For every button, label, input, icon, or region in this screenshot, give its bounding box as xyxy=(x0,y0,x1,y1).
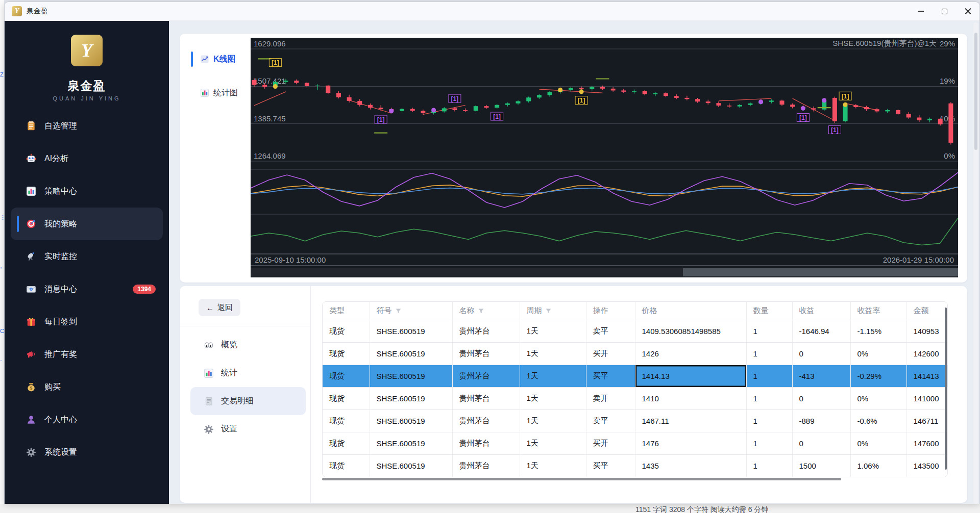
background-text-fragment: Z xyxy=(0,71,4,78)
column-header-收益率: 收益率 xyxy=(850,302,906,320)
sidebar-item-我的策略[interactable]: 我的策略 xyxy=(11,208,163,240)
sidebar-item-label: 个人中心 xyxy=(44,415,77,425)
sidebar-item-label: 我的策略 xyxy=(44,219,77,229)
divider xyxy=(310,286,311,503)
trade-cell: 1467.11 xyxy=(635,409,746,432)
chart-panel: K线图统计图 1629.09629%1507.42119%1385.74510%… xyxy=(180,34,967,283)
trade-cell: 1435 xyxy=(635,454,746,477)
sidebar-item-消息中心[interactable]: 消息中心1394 xyxy=(11,273,163,305)
trade-cell: 147600 xyxy=(906,432,948,454)
trade-cell: 1天 xyxy=(520,365,586,387)
megaphone-icon xyxy=(26,349,36,360)
detail-menu-设置[interactable]: 设置 xyxy=(190,415,306,443)
trade-cell: 0 xyxy=(792,432,850,454)
trade-cell: 贵州茅台 xyxy=(452,320,520,342)
sidebar-item-实时监控[interactable]: 实时监控 xyxy=(11,240,163,273)
detail-menu-交易明细[interactable]: 交易明细 xyxy=(190,387,306,415)
sidebar-item-AI分析[interactable]: AI分析 xyxy=(11,142,163,175)
sidebar-item-策略中心[interactable]: 策略中心 xyxy=(11,175,163,208)
trade-cell: SHSE.600519 xyxy=(370,342,452,365)
trade-row[interactable]: 现货SHSE.600519贵州茅台1天卖平1409.53060851498585… xyxy=(323,320,948,342)
trade-cell: SHSE.600519 xyxy=(370,365,452,387)
unread-badge: 1394 xyxy=(133,285,156,294)
sidebar-item-个人中心[interactable]: 个人中心 xyxy=(11,403,163,436)
titlebar: Y 泉金盈 xyxy=(5,2,979,21)
satellite-icon xyxy=(26,251,36,262)
column-header-金额: 金额 xyxy=(906,302,948,320)
trade-cell: 1414.13 xyxy=(635,365,746,387)
sidebar-item-自选管理[interactable]: 自选管理 xyxy=(11,110,163,142)
trade-cell: 141000 xyxy=(906,387,948,409)
trade-cell: 买开 xyxy=(586,342,635,365)
sidebar-item-每日签到[interactable]: 每日签到 xyxy=(11,305,163,338)
chart-scrollbar-handle[interactable] xyxy=(683,268,958,276)
trade-cell: 1天 xyxy=(520,409,586,432)
sidebar-item-label: 推广有奖 xyxy=(44,349,77,360)
column-header-名称[interactable]: 名称 xyxy=(452,302,520,320)
back-button[interactable]: ← 返回 xyxy=(199,299,240,316)
trade-cell: 1 xyxy=(746,409,792,432)
maximize-icon xyxy=(942,9,947,14)
background-text-fragment: C xyxy=(0,328,4,334)
trade-row[interactable]: 现货SHSE.600519贵州茅台1天卖平1467.111-889-0.6%14… xyxy=(323,409,948,432)
sidebar-item-购买[interactable]: $购买 xyxy=(11,371,163,403)
main-scrollbar-handle[interactable] xyxy=(974,33,977,150)
person-icon xyxy=(26,415,36,425)
column-header-周期[interactable]: 周期 xyxy=(520,302,586,320)
mail-icon xyxy=(26,284,36,294)
main-scrollbar-track[interactable] xyxy=(973,22,978,504)
trade-cell: -889 xyxy=(792,409,850,432)
trade-cell: 140953 xyxy=(906,320,948,342)
trade-cell: 买平 xyxy=(586,365,635,387)
trade-cell: 1 xyxy=(746,432,792,454)
svg-text:[1]: [1] xyxy=(377,116,385,123)
bar-chart-icon xyxy=(200,88,209,97)
trade-cell: SHSE.600519 xyxy=(370,409,452,432)
receipt-icon xyxy=(204,396,214,406)
close-button[interactable] xyxy=(956,2,979,20)
trade-row[interactable]: 现货SHSE.600519贵州茅台1天买开1426100%142600 xyxy=(323,342,948,365)
chart-tab-label: 统计图 xyxy=(213,88,238,98)
svg-text:0%: 0% xyxy=(944,151,955,160)
chart-tab-label: K线图 xyxy=(213,54,236,65)
column-header-操作: 操作 xyxy=(586,302,635,320)
svg-text:1629.096: 1629.096 xyxy=(254,39,286,48)
trade-cell: 142600 xyxy=(906,342,948,365)
trade-cell: 现货 xyxy=(323,342,370,365)
column-header-符号[interactable]: 符号 xyxy=(370,302,452,320)
trade-row[interactable]: 现货SHSE.600519贵州茅台1天买平1435115001.06%14350… xyxy=(323,454,948,477)
trade-cell: 买开 xyxy=(586,432,635,454)
svg-text:[1]: [1] xyxy=(799,114,807,121)
sidebar-item-系统设置[interactable]: 系统设置 xyxy=(11,436,163,469)
close-icon xyxy=(965,8,971,15)
kline-chart[interactable]: 1629.09629%1507.42119%1385.74510%1264.06… xyxy=(251,38,958,277)
trade-cell: 现货 xyxy=(323,320,370,342)
column-header-收益: 收益 xyxy=(792,302,850,320)
table-vertical-scrollbar[interactable] xyxy=(945,307,947,470)
trade-cell: 1天 xyxy=(520,342,586,365)
background-text-fragment: ⋮ xyxy=(0,214,4,221)
trade-cell: -0.29% xyxy=(850,365,906,387)
trade-cell: 贵州茅台 xyxy=(452,387,520,409)
trade-cell: 1426 xyxy=(635,342,746,365)
gift-icon xyxy=(26,317,36,327)
sidebar-item-推广有奖[interactable]: 推广有奖 xyxy=(11,338,163,371)
detail-menu-统计[interactable]: 统计 xyxy=(190,359,306,387)
trade-cell: 0% xyxy=(850,432,906,454)
minimize-button[interactable] xyxy=(909,2,933,20)
trade-row[interactable]: 现货SHSE.600519贵州茅台1天买开1476100%147600 xyxy=(323,432,948,454)
maximize-button[interactable] xyxy=(933,2,956,20)
svg-text:[1]: [1] xyxy=(831,126,839,134)
trade-row[interactable]: 现货SHSE.600519贵州茅台1天买平1414.131-413-0.29%1… xyxy=(323,365,948,387)
detail-menu-概览[interactable]: 概览 xyxy=(190,331,306,359)
trades-table: 类型符号名称周期操作价格数量收益收益率金额现货SHSE.600519贵州茅台1天… xyxy=(323,302,948,477)
sidebar-item-label: 消息中心 xyxy=(44,284,77,295)
sidebar-item-label: 系统设置 xyxy=(44,447,77,458)
trade-cell: 1 xyxy=(746,320,792,342)
chart-tab-K线图[interactable]: K线图 xyxy=(180,50,251,68)
trade-row[interactable]: 现货SHSE.600519贵州茅台1天卖开1410100%141000 xyxy=(323,387,948,409)
table-horizontal-scrollbar[interactable] xyxy=(322,478,841,480)
trade-cell: 1天 xyxy=(520,387,586,409)
clipboard-icon xyxy=(26,121,36,131)
chart-tab-统计图[interactable]: 统计图 xyxy=(180,84,251,101)
